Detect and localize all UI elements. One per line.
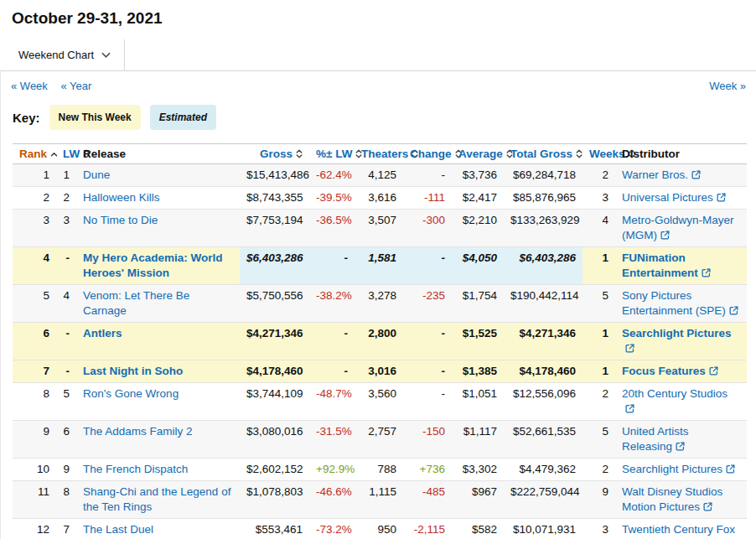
cell-change: -300	[403, 210, 452, 247]
release-link[interactable]: The French Dispatch	[83, 463, 188, 475]
external-link-icon[interactable]	[660, 230, 671, 241]
cell-average: $2,210	[452, 210, 504, 247]
cell-gross: $2,602,152	[240, 459, 309, 481]
table-row: 22Halloween Kills$8,743,355-39.5%3,616-1…	[13, 187, 747, 210]
cell-theaters: 3,016	[355, 360, 403, 383]
external-link-icon[interactable]	[624, 343, 635, 354]
previous-year-link[interactable]: « Year	[60, 80, 91, 92]
cell-pct_lw: -36.5%	[309, 210, 355, 247]
column-header-distributor: Distributor	[615, 144, 747, 164]
weekend-chart-dropdown[interactable]: Weekend Chart	[7, 39, 125, 70]
chart-table-head: RankLWReleaseGross%± LWTheatersChangeAve…	[13, 144, 747, 164]
column-header-average[interactable]: Average	[452, 144, 504, 164]
external-link-icon[interactable]	[675, 441, 686, 452]
cell-distributor: Metro-Goldwyn-Mayer (MGM)	[615, 210, 747, 247]
column-header-pct_lw[interactable]: %± LW	[309, 144, 355, 164]
column-header-rank[interactable]: Rank	[13, 144, 56, 164]
distributor-link[interactable]: Searchlight Pictures	[622, 463, 736, 475]
cell-weeks: 3	[583, 187, 615, 210]
cell-distributor: Walt Disney Studios Motion Pictures	[615, 481, 747, 519]
external-link-icon[interactable]	[701, 267, 712, 278]
cell-lw: -	[56, 360, 76, 383]
distributor-link[interactable]: United Artists Releasing	[622, 425, 689, 453]
cell-average: $4,050	[452, 247, 504, 285]
key-badge-estimated: Estimated	[150, 105, 216, 130]
release-link[interactable]: Dune	[83, 168, 110, 181]
cell-average: $2,417	[452, 187, 504, 210]
distributor-link[interactable]: 20th Century Studios	[622, 387, 728, 415]
cell-total_gross: $222,759,044	[504, 481, 583, 519]
distributor-link[interactable]: Twentieth Century Fox	[622, 523, 735, 539]
cell-change: -2,115	[403, 519, 452, 539]
distributor-link[interactable]: Focus Features	[622, 365, 719, 377]
column-header-weeks[interactable]: Weeks	[583, 144, 615, 164]
cell-distributor: Twentieth Century Fox	[615, 519, 747, 539]
cell-pct_lw: -73.2%	[309, 519, 355, 539]
cell-release: The Last Duel	[76, 519, 240, 539]
cell-pct_lw: -46.6%	[309, 481, 355, 519]
release-link[interactable]: The Addams Family 2	[83, 425, 193, 438]
distributor-link[interactable]: Walt Disney Studios Motion Pictures	[622, 485, 722, 513]
cell-theaters: 3,278	[355, 285, 403, 323]
cell-lw: 4	[56, 285, 76, 323]
column-header-theaters[interactable]: Theaters	[355, 144, 403, 164]
cell-total_gross: $52,661,535	[504, 421, 583, 459]
column-header-total_gross[interactable]: Total Gross	[504, 144, 583, 164]
distributor-link[interactable]: Universal Pictures	[622, 191, 727, 204]
column-header-change[interactable]: Change	[403, 144, 452, 164]
cell-lw: -	[56, 323, 76, 360]
cell-theaters: 788	[355, 459, 403, 481]
column-header-lw[interactable]: LW	[56, 144, 76, 164]
release-link[interactable]: Antlers	[83, 327, 122, 339]
cell-pct_lw: -	[309, 323, 355, 360]
cell-average: $1,051	[452, 383, 504, 421]
cell-weeks: 1	[583, 323, 615, 360]
column-header-gross[interactable]: Gross	[240, 144, 309, 164]
column-label-release: Release	[83, 148, 126, 160]
release-link[interactable]: Ron's Gone Wrong	[83, 387, 179, 400]
week-navigation: « Week « Year Week »	[1, 71, 756, 92]
external-link-icon[interactable]	[728, 305, 739, 316]
release-link[interactable]: My Hero Academia: World Heroes' Mission	[83, 251, 223, 279]
distributor-link[interactable]: Metro-Goldwyn-Mayer (MGM)	[622, 214, 734, 241]
cell-lw: 1	[56, 164, 76, 187]
cell-weeks: 1	[583, 247, 615, 285]
cell-change: -111	[403, 187, 452, 210]
cell-lw: 9	[56, 459, 76, 481]
cell-release: Ron's Gone Wrong	[76, 383, 240, 421]
cell-total_gross: $4,479,362	[504, 459, 583, 481]
release-link[interactable]: Venom: Let There Be Carnage	[83, 289, 189, 317]
cell-total_gross: $4,271,346	[504, 323, 583, 360]
cell-theaters: 3,616	[355, 187, 403, 210]
cell-theaters: 4,125	[355, 164, 403, 187]
external-link-icon[interactable]	[702, 501, 713, 512]
release-link[interactable]: Last Night in Soho	[83, 365, 183, 377]
release-link[interactable]: Shang-Chi and the Legend of the Ten Ring…	[83, 485, 230, 513]
column-label-rank: Rank	[19, 148, 47, 160]
sort-toggle-icon	[576, 149, 583, 158]
distributor-link[interactable]: Warner Bros.	[622, 168, 702, 181]
external-link-icon[interactable]	[725, 464, 736, 474]
external-link-icon[interactable]	[716, 192, 727, 203]
cell-change: -	[403, 323, 452, 360]
column-label-lw: LW	[63, 148, 80, 160]
release-link[interactable]: Halloween Kills	[83, 191, 160, 204]
release-link[interactable]: No Time to Die	[83, 214, 158, 226]
release-link[interactable]: The Last Duel	[83, 523, 153, 536]
next-week-link[interactable]: Week »	[709, 80, 746, 92]
cell-average: $582	[452, 519, 504, 539]
external-link-icon[interactable]	[624, 403, 635, 414]
external-link-icon[interactable]	[691, 169, 702, 180]
cell-gross: $553,461	[240, 519, 309, 539]
distributor-link[interactable]: Sony Pictures Entertainment (SPE)	[622, 289, 739, 317]
distributor-link[interactable]: FUNimation Entertainment	[622, 251, 712, 279]
cell-total_gross: $10,071,931	[504, 519, 583, 539]
cell-change: -	[403, 383, 452, 421]
previous-week-link[interactable]: « Week	[11, 80, 48, 92]
chart-table-body: 11Dune$15,413,486-62.4%4,125-$3,736$69,2…	[13, 164, 747, 539]
cell-lw: 7	[56, 519, 76, 539]
distributor-link[interactable]: Searchlight Pictures	[622, 327, 732, 355]
cell-distributor: United Artists Releasing	[615, 421, 747, 459]
key-badge-new-this-week: New This Week	[49, 105, 141, 130]
external-link-icon[interactable]	[708, 365, 719, 376]
